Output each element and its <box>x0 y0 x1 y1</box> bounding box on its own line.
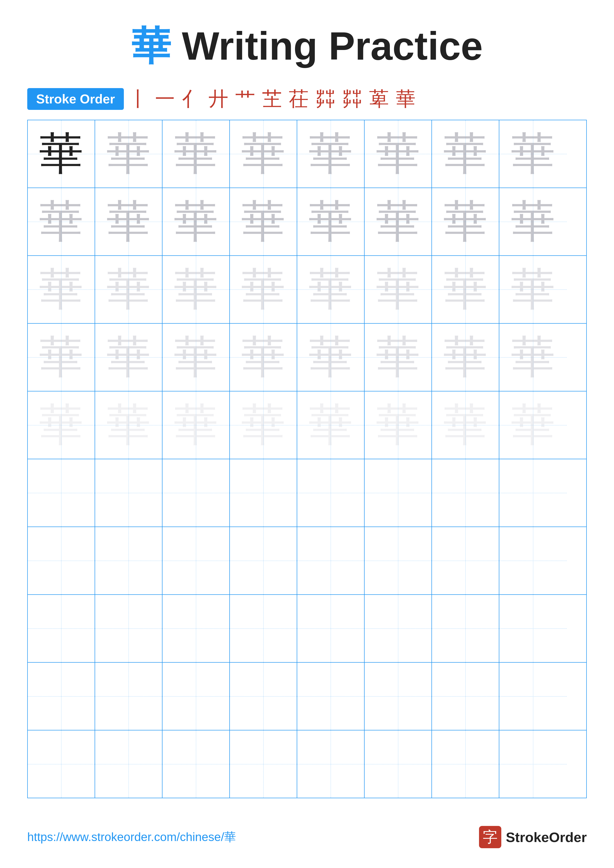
grid-cell[interactable] <box>499 527 567 594</box>
grid-cell[interactable]: 華 <box>230 120 297 188</box>
grid-cell[interactable]: 華 <box>95 324 162 391</box>
grid-cell[interactable]: 華 <box>297 120 365 188</box>
grid-cell[interactable]: 華 <box>432 391 499 459</box>
grid-row <box>28 459 586 527</box>
stroke-order-badge: Stroke Order <box>27 88 124 110</box>
grid-cell[interactable]: 華 <box>162 256 230 323</box>
grid-cell[interactable]: 華 <box>28 120 95 188</box>
grid-cell[interactable]: 華 <box>230 391 297 459</box>
grid-cell[interactable]: 華 <box>499 256 567 323</box>
grid-cell[interactable] <box>432 730 499 798</box>
grid-cell[interactable] <box>365 663 432 730</box>
grid-cell[interactable] <box>28 663 95 730</box>
grid-cell[interactable] <box>365 459 432 527</box>
grid-cell[interactable] <box>230 730 297 798</box>
grid-cell[interactable] <box>230 459 297 527</box>
grid-cell[interactable] <box>28 459 95 527</box>
practice-grid[interactable]: 華 華 華 華 華 華 華 華 華 華 華 華 華 華 華 華 華 華 華 華 … <box>27 120 587 798</box>
grid-cell[interactable]: 華 <box>95 120 162 188</box>
practice-char: 華 <box>376 200 420 244</box>
grid-cell[interactable] <box>95 459 162 527</box>
grid-cell[interactable]: 華 <box>28 391 95 459</box>
grid-cell[interactable] <box>162 527 230 594</box>
grid-cell[interactable]: 華 <box>230 188 297 255</box>
grid-cell[interactable]: 華 <box>28 256 95 323</box>
grid-cell[interactable]: 華 <box>432 120 499 188</box>
practice-char: 華 <box>443 200 488 244</box>
grid-cell[interactable]: 華 <box>162 324 230 391</box>
practice-char: 華 <box>241 267 286 312</box>
grid-cell[interactable] <box>297 730 365 798</box>
grid-cell[interactable] <box>499 663 567 730</box>
grid-cell[interactable] <box>230 595 297 662</box>
grid-row: 華 華 華 華 華 華 華 華 <box>28 256 586 324</box>
grid-cell[interactable] <box>365 730 432 798</box>
grid-cell[interactable] <box>28 595 95 662</box>
practice-char: 華 <box>443 403 488 447</box>
footer-logo-text: StrokeOrder <box>506 829 587 845</box>
grid-cell[interactable]: 華 <box>432 188 499 255</box>
grid-cell[interactable]: 華 <box>230 324 297 391</box>
stroke-char-10: 萆 <box>369 89 389 109</box>
practice-char: 華 <box>511 403 555 447</box>
grid-cell[interactable]: 華 <box>95 256 162 323</box>
grid-cell[interactable]: 華 <box>297 391 365 459</box>
grid-cell[interactable] <box>432 527 499 594</box>
grid-cell[interactable] <box>162 730 230 798</box>
grid-cell[interactable] <box>499 459 567 527</box>
grid-cell[interactable]: 華 <box>297 324 365 391</box>
grid-cell[interactable]: 華 <box>365 256 432 323</box>
grid-cell[interactable] <box>95 527 162 594</box>
practice-char: 華 <box>443 335 488 380</box>
grid-cell[interactable]: 華 <box>162 120 230 188</box>
grid-cell[interactable] <box>365 595 432 662</box>
grid-cell[interactable]: 華 <box>365 188 432 255</box>
grid-cell[interactable] <box>297 527 365 594</box>
stroke-order-row: Stroke Order 丨 一 亻 廾 艹 芏 茌 茻 茻 萆 華 <box>0 88 614 110</box>
grid-cell[interactable]: 華 <box>365 324 432 391</box>
grid-cell[interactable] <box>432 595 499 662</box>
grid-cell[interactable]: 華 <box>297 188 365 255</box>
grid-cell[interactable]: 華 <box>28 324 95 391</box>
stroke-char-5: 艹 <box>235 89 255 109</box>
grid-cell[interactable] <box>230 663 297 730</box>
grid-cell[interactable]: 華 <box>499 324 567 391</box>
grid-cell[interactable]: 華 <box>95 188 162 255</box>
stroke-char-11: 華 <box>396 89 416 109</box>
grid-cell[interactable]: 華 <box>499 188 567 255</box>
grid-cell[interactable] <box>95 730 162 798</box>
grid-cell[interactable] <box>432 663 499 730</box>
grid-cell[interactable] <box>432 459 499 527</box>
title-text: Writing Practice <box>171 24 483 68</box>
grid-cell[interactable] <box>297 663 365 730</box>
grid-cell[interactable] <box>230 527 297 594</box>
footer-url[interactable]: https://www.strokeorder.com/chinese/華 <box>27 829 236 845</box>
grid-cell[interactable] <box>95 663 162 730</box>
grid-cell[interactable]: 華 <box>230 256 297 323</box>
grid-cell[interactable] <box>297 595 365 662</box>
grid-cell[interactable] <box>162 595 230 662</box>
stroke-char-2: 一 <box>155 89 175 109</box>
grid-cell[interactable]: 華 <box>162 188 230 255</box>
grid-cell[interactable] <box>499 730 567 798</box>
practice-char: 華 <box>308 335 353 380</box>
grid-cell[interactable] <box>162 459 230 527</box>
grid-cell[interactable]: 華 <box>28 188 95 255</box>
grid-cell[interactable] <box>365 527 432 594</box>
grid-cell[interactable] <box>28 730 95 798</box>
grid-cell[interactable] <box>499 595 567 662</box>
grid-cell[interactable]: 華 <box>365 391 432 459</box>
grid-cell[interactable]: 華 <box>162 391 230 459</box>
grid-cell[interactable]: 華 <box>365 120 432 188</box>
grid-cell[interactable] <box>28 527 95 594</box>
grid-cell[interactable]: 華 <box>432 256 499 323</box>
grid-cell[interactable]: 華 <box>297 256 365 323</box>
grid-cell[interactable] <box>297 459 365 527</box>
grid-cell[interactable]: 華 <box>432 324 499 391</box>
grid-cell[interactable]: 華 <box>499 391 567 459</box>
grid-cell[interactable]: 華 <box>499 120 567 188</box>
grid-cell[interactable] <box>95 595 162 662</box>
grid-cell[interactable]: 華 <box>95 391 162 459</box>
practice-char: 華 <box>241 132 286 176</box>
grid-cell[interactable] <box>162 663 230 730</box>
